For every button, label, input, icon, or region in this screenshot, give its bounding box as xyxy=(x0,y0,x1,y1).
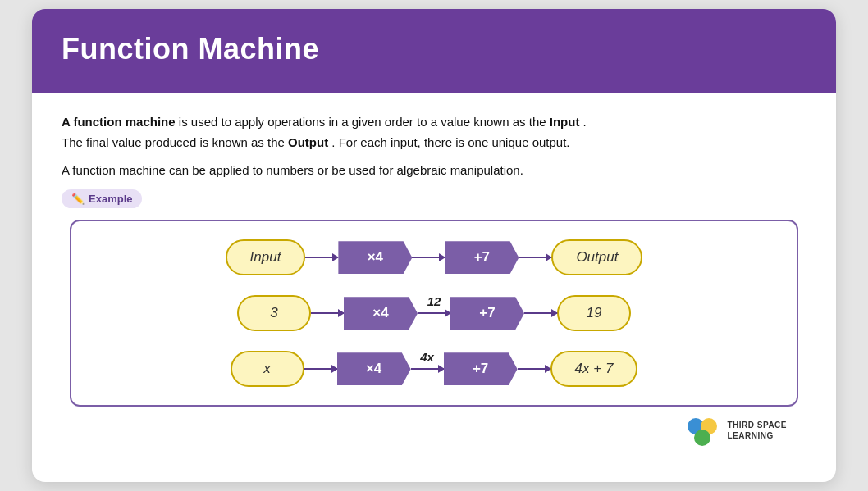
row1-op2-label: +7 xyxy=(474,249,490,265)
row3-arrow3 xyxy=(518,368,550,370)
tsl-line1: THIRD SPACE xyxy=(727,421,787,430)
desc-text-3: . For each input, there is one unique ou… xyxy=(331,135,569,149)
row2-input-label: 3 xyxy=(270,305,277,321)
desc-text-1: is used to apply operations in a given o… xyxy=(179,115,550,129)
tsl-line2: LEARNING xyxy=(727,431,773,440)
example-label: Example xyxy=(89,193,132,205)
row1-op1: ×4 xyxy=(338,241,412,274)
bold-function-machine: A function machine xyxy=(62,115,176,129)
pencil-icon: ✏️ xyxy=(71,193,85,205)
row3-arrow1 xyxy=(304,368,337,370)
row3-op2: +7 xyxy=(444,352,518,385)
row2-connector3 xyxy=(524,312,557,314)
row2-output-label: 19 xyxy=(587,305,602,321)
diagram-container: Input ×4 +7 Output xyxy=(70,220,798,407)
row1-arrow1 xyxy=(305,257,338,258)
row2-op2: +7 xyxy=(450,297,524,330)
card-header: Function Machine xyxy=(32,9,836,93)
desc-text-4: A function machine can be applied to num… xyxy=(62,163,523,177)
row1-arrow3 xyxy=(519,257,551,258)
row2-arrow1 xyxy=(311,312,344,314)
row1-op2: +7 xyxy=(445,241,519,274)
footer: THIRD SPACE LEARNING xyxy=(62,407,806,459)
row3-op2-label: +7 xyxy=(473,361,488,376)
page-title: Function Machine xyxy=(62,32,806,66)
row1-input: Input xyxy=(226,239,306,275)
tsl-icon xyxy=(684,415,720,446)
row3-output: 4x + 7 xyxy=(550,351,638,387)
diagram-row-3: x ×4 4x +7 4x + 7 xyxy=(96,351,772,387)
bold-input: Input xyxy=(550,115,580,129)
row3-arrow2 xyxy=(411,368,444,370)
row2-op2-label: +7 xyxy=(479,305,495,321)
row2-input: 3 xyxy=(237,295,311,331)
row1-connector3 xyxy=(519,257,551,258)
row2-output: 19 xyxy=(557,295,631,331)
bold-output: Output xyxy=(288,135,328,149)
row1-output-label: Output xyxy=(576,249,618,265)
row3-output-label: 4x + 7 xyxy=(575,361,614,376)
row1-arrow2 xyxy=(412,257,445,258)
diagram-row-2: 3 ×4 12 +7 19 xyxy=(96,295,772,331)
row2-mid-label: 12 xyxy=(427,294,441,308)
diagram-row-1: Input ×4 +7 Output xyxy=(96,239,772,275)
card: Function Machine A function machine is u… xyxy=(32,9,836,482)
row2-arrow2 xyxy=(418,312,450,314)
example-tag: ✏️ Example xyxy=(62,189,142,208)
row3-op1-label: ×4 xyxy=(366,361,381,376)
tsl-logo: THIRD SPACE LEARNING xyxy=(684,415,787,446)
row1-op1-label: ×4 xyxy=(368,249,383,265)
svg-point-2 xyxy=(694,430,710,446)
description-line1: A function machine is used to apply oper… xyxy=(62,112,806,153)
row2-op1-label: ×4 xyxy=(372,305,388,321)
row3-connector2: 4x xyxy=(411,368,444,370)
row1-connector1 xyxy=(305,257,338,258)
row3-op1: ×4 xyxy=(337,352,411,385)
row3-input: x xyxy=(231,351,304,387)
row3-mid-label: 4x xyxy=(420,350,434,364)
row2-op1: ×4 xyxy=(344,297,418,330)
row1-output: Output xyxy=(551,239,642,275)
row2-arrow3 xyxy=(524,312,557,314)
tsl-brand-text: THIRD SPACE LEARNING xyxy=(727,420,787,441)
row2-connector1 xyxy=(311,312,344,314)
row2-connector2: 12 xyxy=(418,312,450,314)
row3-connector1 xyxy=(304,368,337,370)
row1-connector2 xyxy=(412,257,445,258)
row3-input-label: x xyxy=(263,361,271,376)
card-body: A function machine is used to apply oper… xyxy=(32,93,836,482)
description-line2: A function machine can be applied to num… xyxy=(62,161,806,181)
row3-connector3 xyxy=(518,368,550,370)
row1-input-label: Input xyxy=(250,249,281,265)
